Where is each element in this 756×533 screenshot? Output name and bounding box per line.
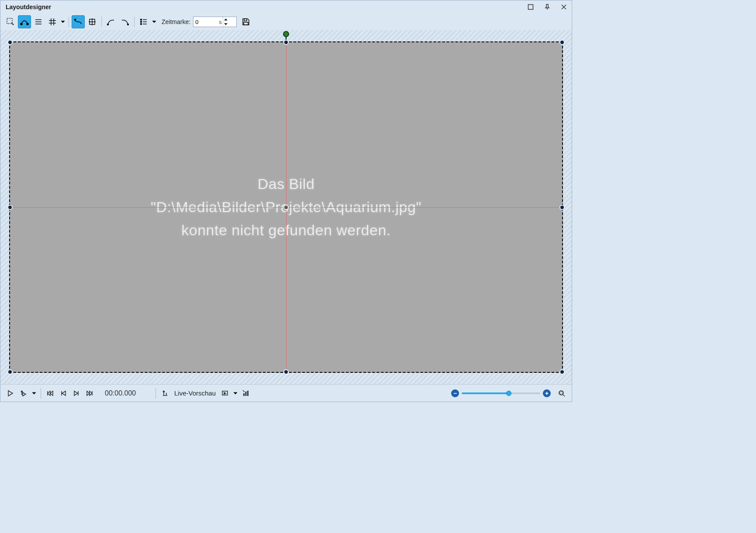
zoom-in-button[interactable]: +	[543, 389, 551, 397]
motion-path-button[interactable]	[72, 15, 85, 28]
list-dropdown[interactable]	[151, 20, 157, 24]
svg-point-19	[141, 21, 142, 23]
preview-window-button[interactable]	[219, 388, 231, 399]
grid-tool-button[interactable]	[46, 15, 59, 28]
statusbar-separator	[41, 388, 41, 399]
align-tool-button[interactable]	[32, 15, 45, 28]
time-spinner-down[interactable]	[223, 22, 229, 27]
resize-handle-ne[interactable]	[559, 40, 565, 45]
toolbar-separator	[69, 17, 69, 27]
goto-end-button[interactable]	[84, 388, 95, 399]
svg-rect-29	[245, 392, 247, 396]
resize-handle-nw[interactable]	[7, 40, 13, 45]
svg-line-31	[243, 390, 245, 392]
canvas-area[interactable]: Das Bild "D:\Media\Bilder\Projekte\Aquar…	[0, 30, 572, 384]
window-controls	[527, 3, 567, 10]
svg-rect-0	[528, 5, 533, 10]
time-label: Zeitmarke:	[162, 18, 190, 25]
zoom-slider[interactable]	[462, 392, 540, 394]
svg-point-16	[128, 24, 129, 25]
toolbar-separator	[101, 17, 102, 27]
path-tool-button[interactable]	[18, 15, 31, 28]
zoom-slider-thumb[interactable]	[506, 391, 511, 396]
time-value-field[interactable]	[193, 19, 219, 25]
zoom-fit-button[interactable]	[556, 388, 567, 399]
live-preview-icon[interactable]	[159, 388, 171, 399]
curve-end-button[interactable]	[118, 15, 131, 28]
selection-tool-button[interactable]	[4, 15, 17, 28]
play-from-marker-button[interactable]	[18, 388, 29, 399]
play-dropdown[interactable]	[31, 391, 37, 395]
settings-bars-button[interactable]	[240, 388, 252, 399]
grid-dropdown[interactable]	[60, 20, 66, 24]
preview-dropdown[interactable]	[232, 391, 238, 395]
toolbar: Zeitmarke: s	[0, 14, 572, 30]
svg-rect-30	[247, 391, 249, 396]
step-forward-button[interactable]	[71, 388, 82, 399]
time-unit: s	[219, 19, 223, 25]
svg-rect-33	[560, 392, 563, 394]
curve-start-button[interactable]	[104, 15, 117, 28]
svg-rect-28	[243, 393, 245, 396]
resize-handle-e[interactable]	[559, 205, 565, 210]
resize-handle-se[interactable]	[559, 369, 565, 375]
keyframe-button[interactable]	[86, 15, 99, 28]
resize-handle-s[interactable]	[283, 369, 289, 375]
svg-point-17	[141, 19, 142, 21]
save-button[interactable]	[239, 15, 252, 28]
status-bar: 00:00.000 Live-Vorschau − +	[0, 384, 572, 402]
svg-point-11	[75, 19, 76, 21]
svg-point-21	[141, 24, 142, 25]
goto-start-button[interactable]	[45, 388, 56, 399]
time-spinner-up[interactable]	[223, 17, 229, 22]
canvas-selection[interactable]: Das Bild "D:\Media\Bilder\Projekte\Aquar…	[9, 41, 563, 373]
svg-point-15	[107, 24, 109, 25]
play-button[interactable]	[5, 388, 16, 399]
resize-handle-n[interactable]	[283, 40, 289, 45]
resize-handle-w[interactable]	[7, 205, 13, 210]
live-preview-label: Live-Vorschau	[174, 389, 216, 397]
time-input[interactable]: s	[193, 17, 237, 27]
statusbar-separator	[155, 388, 156, 399]
timecode-display: 00:00.000	[105, 389, 144, 397]
close-button[interactable]	[560, 3, 567, 10]
svg-rect-24	[244, 22, 248, 25]
resize-handle-sw[interactable]	[7, 369, 13, 375]
maximize-button[interactable]	[527, 3, 534, 10]
rotation-handle[interactable]	[283, 31, 289, 37]
svg-point-2	[21, 23, 22, 25]
svg-rect-23	[244, 19, 247, 21]
window-title: Layoutdesigner	[6, 3, 51, 10]
list-button[interactable]	[137, 15, 150, 28]
toolbar-separator	[134, 17, 135, 27]
step-back-button[interactable]	[58, 388, 69, 399]
pin-button[interactable]	[544, 3, 551, 10]
title-bar: Layoutdesigner	[0, 0, 572, 14]
center-handle[interactable]	[283, 205, 289, 210]
svg-point-3	[27, 23, 28, 25]
zoom-out-button[interactable]: −	[451, 389, 459, 397]
zoom-controls: − +	[451, 388, 567, 399]
